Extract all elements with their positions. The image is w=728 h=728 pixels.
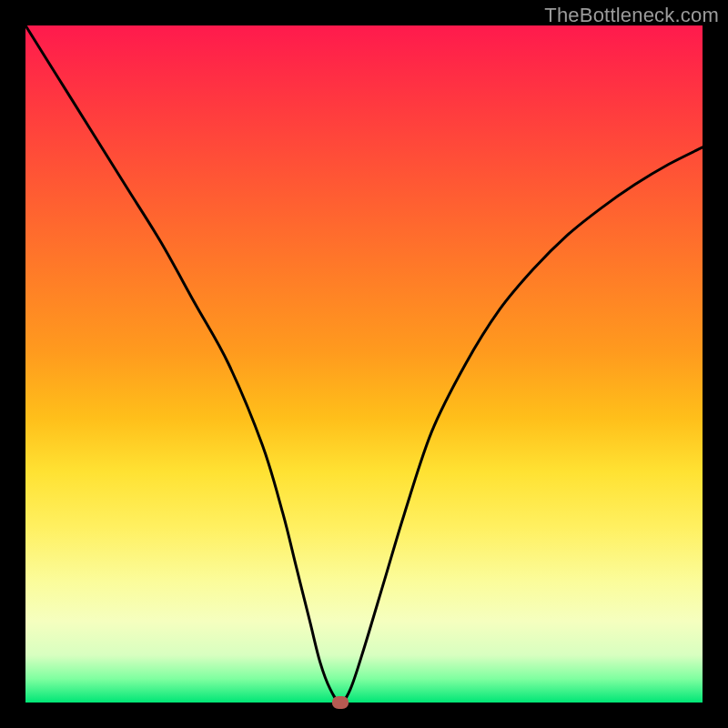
optimum-marker [332, 696, 349, 709]
watermark-text: TheBottleneck.com [544, 4, 719, 27]
bottleneck-curve [25, 25, 703, 703]
plot-area [25, 25, 703, 703]
chart-frame: TheBottleneck.com [0, 0, 728, 728]
